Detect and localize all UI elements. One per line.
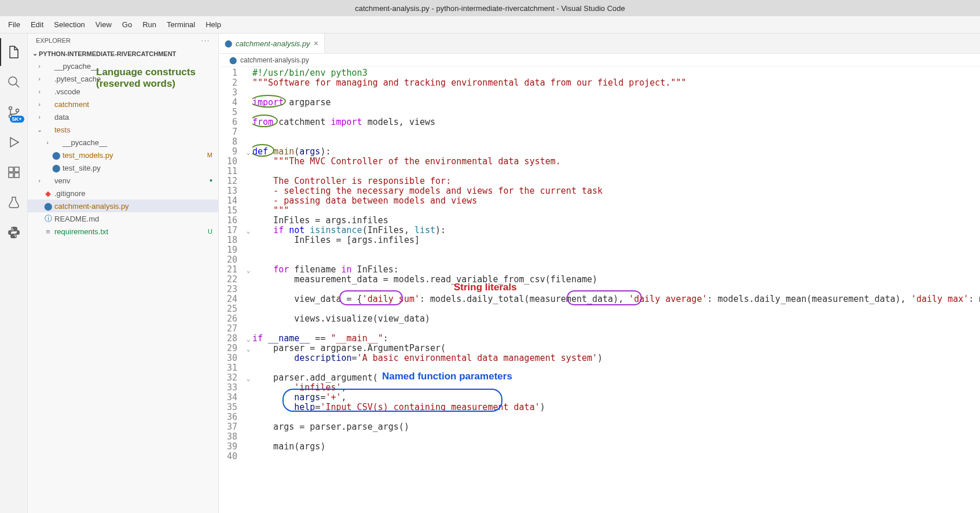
- run-debug-icon[interactable]: [0, 128, 28, 156]
- activity-bar: 5K+: [0, 34, 28, 513]
- code-line-26[interactable]: views.visualize(view_data): [252, 314, 980, 324]
- code-line-5[interactable]: [252, 108, 980, 117]
- code-line-9[interactable]: def main(args):: [252, 147, 980, 157]
- fold-icon[interactable]: ⌄: [244, 344, 252, 354]
- code-line-4[interactable]: import argparse: [252, 98, 980, 108]
- code-content[interactable]: #!/usr/bin/env python3"""Software for ma…: [252, 67, 980, 513]
- fold-icon[interactable]: ⌄: [244, 226, 252, 236]
- chevron-down-icon: ⌄: [36, 126, 43, 134]
- code-line-23[interactable]: [252, 285, 980, 294]
- tree-item-venv[interactable]: ›venv•: [28, 174, 218, 187]
- extensions-icon[interactable]: [0, 158, 28, 186]
- explorer-icon[interactable]: [0, 38, 28, 66]
- code-line-1[interactable]: #!/usr/bin/env python3: [252, 68, 980, 78]
- code-line-7[interactable]: [252, 127, 980, 137]
- tree-item---pycache--[interactable]: ›__pycache__: [28, 136, 218, 149]
- search-icon[interactable]: [0, 68, 28, 96]
- tree-item-tests[interactable]: ⌄tests: [28, 123, 218, 136]
- git-icon: ◆: [43, 189, 53, 198]
- tab-catchment-analysis[interactable]: ⬤ catchment-analysis.py ×: [219, 34, 325, 53]
- line-numbers: 1234567891011121314151617181920212223242…: [219, 67, 244, 513]
- code-line-36[interactable]: [252, 412, 980, 422]
- code-line-30[interactable]: description='A basic environmental data …: [252, 353, 980, 363]
- code-line-13[interactable]: - selecting the necessary models and vie…: [252, 186, 980, 196]
- menu-selection[interactable]: Selection: [49, 18, 89, 31]
- code-line-24[interactable]: view_data = {'daily sum': models.daily_t…: [252, 294, 980, 304]
- code-line-14[interactable]: - passing data between models and views: [252, 196, 980, 206]
- menu-file[interactable]: File: [3, 18, 25, 31]
- menu-run[interactable]: Run: [138, 18, 161, 31]
- breadcrumb-file: catchment-analysis.py: [240, 56, 309, 64]
- code-line-8[interactable]: [252, 137, 980, 147]
- breadcrumb[interactable]: ⬤ catchment-analysis.py: [219, 54, 980, 67]
- menu-edit[interactable]: Edit: [26, 18, 48, 31]
- tree-item-test-models-py[interactable]: ⬤test_models.pyM: [28, 149, 218, 161]
- chevron-right-icon: ›: [36, 101, 43, 108]
- code-line-22[interactable]: measurement_data = models.read_variable_…: [252, 275, 980, 285]
- code-line-27[interactable]: [252, 324, 980, 334]
- code-line-39[interactable]: main(args): [252, 442, 980, 452]
- tree-item-data[interactable]: ›data: [28, 110, 218, 123]
- menu-help[interactable]: Help: [201, 18, 226, 31]
- chevron-right-icon: ›: [36, 177, 43, 184]
- tree-item-test-site-py[interactable]: ⬤test_site.py: [28, 161, 218, 174]
- code-line-2[interactable]: """Software for managing and tracking en…: [252, 78, 980, 88]
- code-line-37[interactable]: args = parser.parse_args(): [252, 422, 980, 432]
- python-icon: ⬤: [43, 202, 53, 211]
- code-line-21[interactable]: for filename in InFiles:: [252, 265, 980, 275]
- code-line-18[interactable]: InFiles = [args.infiles]: [252, 235, 980, 245]
- fold-icon[interactable]: ⌄: [244, 147, 252, 157]
- code-line-16[interactable]: InFiles = args.infiles: [252, 216, 980, 226]
- code-line-3[interactable]: [252, 88, 980, 98]
- explorer-more-icon[interactable]: ···: [201, 37, 210, 44]
- scm-badge: 5K+: [10, 116, 24, 123]
- code-line-32[interactable]: parser.add_argument(: [252, 373, 980, 383]
- code-line-17[interactable]: if not isinstance(InFiles, list):: [252, 226, 980, 235]
- python-env-icon[interactable]: [0, 219, 28, 246]
- fold-icon[interactable]: ⌄: [244, 334, 252, 344]
- menu-terminal[interactable]: Terminal: [162, 18, 200, 31]
- code-line-31[interactable]: [252, 363, 980, 373]
- menu-go[interactable]: Go: [118, 18, 137, 31]
- code-line-29[interactable]: parser = argparse.ArgumentParser(: [252, 344, 980, 353]
- code-line-6[interactable]: from catchment import models, views: [252, 117, 980, 127]
- project-name: PYTHON-INTERMEDIATE-RIVERCATCHMENT: [39, 50, 176, 57]
- svg-point-1: [9, 107, 12, 110]
- project-header[interactable]: ⌄ PYTHON-INTERMEDIATE-RIVERCATCHMENT: [28, 47, 218, 60]
- tree-item-label: tests: [54, 126, 218, 134]
- code-line-35[interactable]: help='Input CSV(s) containing measuremen…: [252, 403, 980, 412]
- source-control-icon[interactable]: 5K+: [0, 98, 28, 126]
- tree-item-label: __pycache__: [63, 138, 218, 147]
- tree-item--gitignore[interactable]: ◆.gitignore: [28, 187, 218, 200]
- window-title: catchment-analysis.py - python-intermedi…: [355, 4, 625, 13]
- tree-item---pycache--[interactable]: ›__pycache__: [28, 60, 218, 72]
- close-tab-icon[interactable]: ×: [314, 39, 318, 48]
- code-line-20[interactable]: [252, 255, 980, 265]
- code-line-12[interactable]: The Controller is responsible for:: [252, 176, 980, 186]
- fold-icon[interactable]: ⌄: [244, 374, 252, 383]
- menu-view[interactable]: View: [91, 18, 116, 31]
- code-line-15[interactable]: """: [252, 206, 980, 216]
- code-line-28[interactable]: if __name__ == "__main__":: [252, 334, 980, 344]
- tree-item-label: requirements.txt: [54, 227, 208, 236]
- tree-item-label: test_site.py: [63, 164, 218, 172]
- tree-item-catchment[interactable]: ›catchment: [28, 98, 218, 110]
- testing-icon[interactable]: [0, 189, 28, 216]
- code-line-25[interactable]: [252, 304, 980, 314]
- tree-item-requirements-txt[interactable]: ≡requirements.txtU: [28, 225, 218, 238]
- code-line-19[interactable]: [252, 245, 980, 255]
- info-icon: ⓘ: [43, 213, 53, 224]
- code-line-10[interactable]: """The MVC Controller of the environment…: [252, 157, 980, 167]
- tree-item--pytest-cache[interactable]: ›.pytest_cache: [28, 72, 218, 85]
- code-editor[interactable]: 1234567891011121314151617181920212223242…: [219, 67, 980, 513]
- code-line-34[interactable]: nargs='+',: [252, 393, 980, 403]
- tree-item-README-md[interactable]: ⓘREADME.md: [28, 212, 218, 225]
- code-line-38[interactable]: [252, 432, 980, 442]
- tree-item-label: __pycache__: [54, 62, 218, 71]
- tree-item-catchment-analysis-py[interactable]: ⬤catchment-analysis.py: [28, 200, 218, 212]
- code-line-40[interactable]: [252, 452, 980, 462]
- tree-item--vscode[interactable]: ›.vscode: [28, 85, 218, 98]
- code-line-11[interactable]: [252, 167, 980, 176]
- fold-icon[interactable]: ⌄: [244, 265, 252, 275]
- code-line-33[interactable]: 'infiles',: [252, 383, 980, 393]
